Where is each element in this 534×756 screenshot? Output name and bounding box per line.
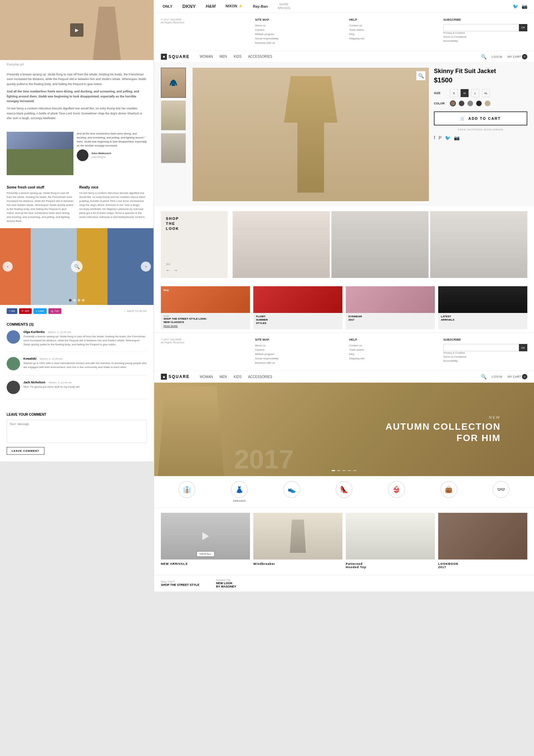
dot-1[interactable] [69, 299, 72, 302]
instagram-share[interactable]: ig 719 [48, 308, 61, 314]
footer2-about[interactable]: About us [255, 344, 339, 347]
pinterest-product-icon[interactable]: P [439, 135, 442, 140]
instagram-product-icon[interactable]: 📷 [454, 135, 460, 140]
terms-link[interactable]: Terms & Conditions [443, 35, 527, 38]
search-icon-1[interactable]: 🔍 [481, 54, 487, 59]
twitter-icon[interactable]: 🐦 [513, 4, 518, 9]
slide-prev-btn[interactable]: ← [166, 268, 171, 273]
footer2-faq[interactable]: FAQ [349, 353, 433, 356]
cat-coats[interactable]: 👔 [174, 481, 200, 502]
nav-kids-1[interactable]: KIDS [234, 55, 241, 58]
read-more-1[interactable]: READ MORE [164, 325, 247, 327]
footer2-affiliate[interactable]: Affiliate program [255, 353, 339, 356]
cat-dresses[interactable]: 👗 DRESSES [226, 481, 253, 502]
leave-comment-button[interactable]: LEAVE COMMENT [7, 447, 44, 455]
slider-prev[interactable]: ‹ [3, 262, 13, 272]
sitemap-business[interactable]: Business with us [255, 41, 339, 44]
twitter-share[interactable]: t 139K [33, 308, 47, 314]
dot-2[interactable] [73, 299, 76, 302]
size-l[interactable]: L [471, 89, 479, 97]
subscribe-email-input[interactable] [443, 24, 519, 31]
cat-bags[interactable]: 👜 [436, 481, 462, 502]
nav-accessories-1[interactable]: ACCESSORIES [248, 55, 272, 58]
footer2-terms[interactable]: Terms & Conditions [443, 355, 527, 358]
back-to-blog-link[interactable]: ← BACK TO BLOG [123, 310, 147, 313]
nav-men-2[interactable]: MEN [220, 375, 227, 379]
twitter-product-icon[interactable]: 🐦 [445, 135, 451, 140]
footer2-accessibility[interactable]: Accessibility [443, 359, 527, 362]
slider-next[interactable]: › [141, 262, 151, 272]
thumb-2[interactable] [161, 100, 186, 130]
color-tan[interactable] [450, 100, 456, 106]
footer2-subscribe-ok[interactable]: OK [519, 344, 527, 351]
brand-more[interactable]: MOREBRANDS [276, 3, 292, 10]
pinterest-share[interactable]: P 325 [19, 308, 32, 314]
instagram-icon[interactable]: 📷 [522, 4, 527, 9]
hero-dot-1[interactable] [332, 470, 335, 471]
dot-3[interactable] [78, 299, 80, 302]
login-link-1[interactable]: LOGIN [492, 55, 503, 58]
footer2-track[interactable]: Track orders [349, 348, 433, 351]
login-link-2[interactable]: LOGIN [492, 375, 503, 378]
help-faq[interactable]: FAQ [349, 33, 433, 36]
blog-title-3: EYEWEAR2017 [348, 315, 432, 322]
footer2-privacy[interactable]: Privacy & Cookies [443, 351, 527, 354]
sitemap-social[interactable]: Social responsibility [255, 37, 339, 40]
cart-button-1[interactable]: MY CART 0 [508, 54, 527, 59]
color-gray[interactable] [467, 100, 473, 106]
help-track[interactable]: Track orders [349, 28, 433, 31]
footer2-business[interactable]: Business with us [255, 361, 339, 364]
sitemap-affiliate[interactable]: Affiliate program [255, 33, 339, 36]
nav-accessories-2[interactable]: ACCESSORIES [248, 375, 272, 379]
comment-input[interactable] [7, 420, 147, 443]
size-m[interactable]: M [461, 89, 469, 97]
color-dark[interactable] [459, 100, 465, 106]
add-to-cart-button[interactable]: 🛒 ADD TO CART [434, 111, 527, 125]
dot-4[interactable] [82, 299, 85, 302]
brand-rayban[interactable]: Ray-Ban [251, 4, 270, 8]
footer2-subscribe-input[interactable] [443, 344, 519, 351]
sitemap-careers[interactable]: Careers [255, 28, 339, 31]
nav-men-1[interactable]: MEN [220, 55, 227, 58]
accessibility-link[interactable]: Accessibility [443, 39, 527, 42]
size-s[interactable]: S [450, 89, 458, 97]
brand-dkny[interactable]: DKNY [181, 4, 198, 9]
facebook-share[interactable]: f 5M [7, 308, 17, 314]
cart-button-2[interactable]: MY CART 0 [508, 374, 527, 379]
hero-dot-5[interactable] [353, 470, 356, 471]
subscribe-ok-button[interactable]: OK [519, 24, 527, 31]
view-all-button[interactable]: VIEW ALL [196, 551, 214, 557]
cat-swimwear[interactable]: 👙 [383, 481, 410, 502]
footer2-social[interactable]: Social responsibility [255, 357, 339, 360]
nav-woman-2[interactable]: WOMAN [200, 375, 213, 379]
play-button[interactable] [70, 23, 83, 37]
brand-hm[interactable]: H&M [204, 4, 217, 9]
privacy-link[interactable]: Privacy & Cookies [443, 31, 527, 34]
nav-woman-1[interactable]: WOMAN [200, 55, 213, 58]
search-icon-2[interactable]: 🔍 [481, 374, 487, 379]
thumb-1[interactable]: 🧥 [161, 68, 186, 98]
slider-zoom[interactable]: 🔍 [71, 261, 83, 272]
hero-dot-2[interactable] [337, 470, 340, 471]
footer2-contact[interactable]: Contact us [349, 344, 433, 347]
cat-eyewear[interactable]: 👓 [488, 481, 514, 502]
cat-shoes[interactable]: 👟 [278, 481, 305, 502]
hero-dot-4[interactable] [348, 470, 351, 471]
help-contact[interactable]: Contact us [349, 24, 433, 27]
nav-kids-2[interactable]: KIDS [234, 375, 241, 379]
footer2-careers[interactable]: Careers [255, 348, 339, 351]
brand-only[interactable]: ONLY [161, 4, 174, 8]
slide-next-btn[interactable]: → [173, 268, 178, 273]
help-shipping[interactable]: Shipping info [349, 37, 433, 40]
hero-dot-3[interactable] [342, 470, 346, 471]
color-light[interactable] [485, 100, 491, 106]
sitemap-about[interactable]: About us [255, 24, 339, 27]
facebook-product-icon[interactable]: f [434, 135, 435, 140]
thumb-3[interactable] [161, 133, 186, 163]
color-black[interactable] [476, 100, 482, 106]
footer2-shipping[interactable]: Shipping info [349, 357, 433, 360]
brand-nixon[interactable]: NIXON ⚡ [224, 4, 245, 8]
cat-heels[interactable]: 👠 [331, 481, 357, 502]
size-xl[interactable]: XL [482, 89, 490, 97]
product-zoom-button[interactable]: 🔍 [416, 71, 426, 80]
